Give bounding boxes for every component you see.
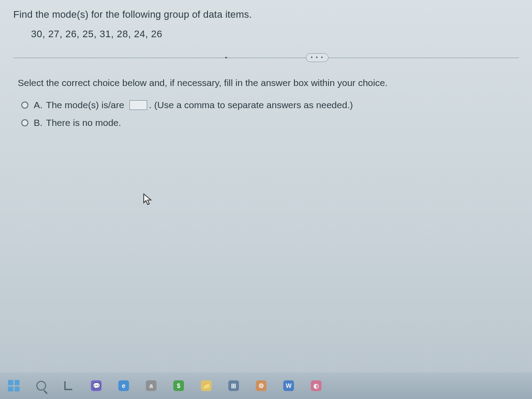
choice-b-text: There is no mode. [46,117,121,128]
question-prompt: Find the mode(s) for the following group… [13,9,519,20]
expand-button[interactable]: • • • [306,53,329,62]
choice-a-label: A. [34,100,43,110]
widgets-icon[interactable]: ⊞ [226,378,241,393]
answer-input-a[interactable] [129,100,147,110]
edge-icon[interactable]: e [116,378,131,393]
search-icon[interactable] [34,378,49,393]
word-icon[interactable]: W [281,378,296,393]
task-view-icon[interactable] [61,378,76,393]
choice-a-hint: (Use a comma to separate answers as need… [154,100,353,110]
divider-line [13,58,519,58]
chat-icon[interactable]: 💬 [89,378,104,393]
section-divider: • • • [13,53,519,62]
settings-icon[interactable]: ⚙ [254,378,269,393]
choice-a-text-before: The mode(s) is/are [46,100,124,110]
choice-a[interactable]: A. The mode(s) is/are . (Use a comma to … [21,100,519,110]
taskbar: 💬 e a $ 📁 ⊞ ⚙ W ◐ [0,372,532,399]
divider-dot [225,57,227,59]
explorer-icon[interactable]: 📁 [199,378,214,393]
choice-b[interactable]: B. There is no mode. [21,117,519,128]
radio-a[interactable] [21,102,28,109]
radio-b[interactable] [21,119,28,126]
question-data-items: 30, 27, 26, 25, 31, 28, 24, 26 [31,28,519,40]
choice-b-label: B. [34,117,43,128]
start-icon[interactable] [6,378,21,393]
question-panel: Find the mode(s) for the following group… [0,0,532,350]
store-icon[interactable]: $ [171,378,186,393]
instruction-text: Select the correct choice below and, if … [18,78,519,88]
amazon-icon[interactable]: a [144,378,159,393]
copilot-icon[interactable]: ◐ [309,378,324,393]
